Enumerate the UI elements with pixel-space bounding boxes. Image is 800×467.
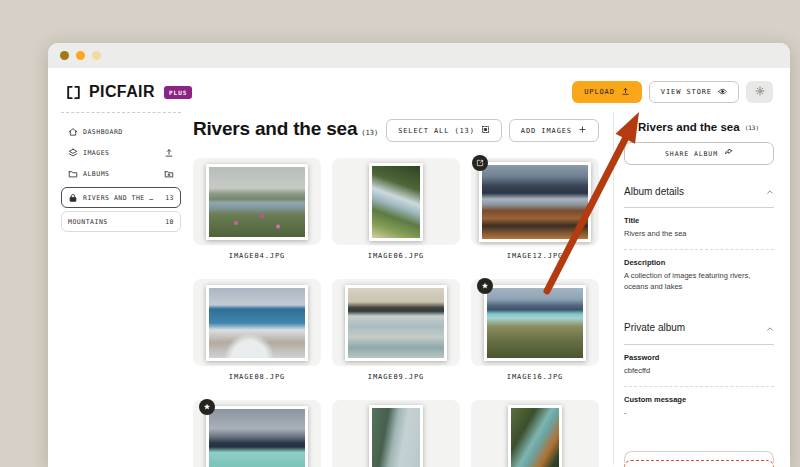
plus-icon [578, 125, 587, 136]
window-control-dot-3[interactable] [92, 51, 101, 60]
lock-icon [68, 193, 78, 203]
main-buttons: SELECT ALL (13) ADD IMAGES [386, 119, 599, 142]
select-all-button[interactable]: SELECT ALL (13) [386, 119, 502, 142]
layers-icon [68, 148, 78, 158]
image-card[interactable] [332, 400, 460, 467]
window-control-dot-2[interactable] [76, 51, 85, 60]
image-thumbnail-dunes-bay [487, 288, 583, 358]
image-thumbnail-sunset-mountains [482, 165, 588, 239]
plus-badge: PLUS [164, 86, 192, 99]
image-figure [332, 400, 460, 467]
image-figure [193, 400, 321, 467]
chevron-up-icon [766, 182, 774, 200]
delete-album-button[interactable]: DELETE ALBUM [624, 460, 774, 467]
main-header: Rivers and the sea (13) SELECT ALL (13) … [193, 118, 599, 142]
folder-plus-icon[interactable] [164, 169, 174, 179]
image-figure: IMAGE12.JPG [471, 158, 599, 261]
image-thumbnail-meadow-lake [209, 167, 305, 237]
window-control-dot-1[interactable] [60, 51, 69, 60]
image-card[interactable] [332, 279, 460, 366]
image-card[interactable] [471, 158, 599, 245]
page-title: Rivers and the sea [193, 118, 357, 140]
sidebar-item-images[interactable]: IMAGES [61, 143, 181, 163]
image-thumbnail-snowy-path [209, 288, 305, 358]
album-panel-title: Rivers and the sea [638, 121, 740, 133]
export-icon [472, 155, 488, 171]
sidebar-item-albums[interactable]: ALBUMS [61, 164, 181, 184]
app-body: DASHBOARD IMAGES ALBUMS RIVERS AND THE …… [48, 112, 790, 465]
view-store-button[interactable]: VIEW STORE [649, 81, 739, 103]
select-all-icon [481, 125, 490, 136]
image-figure: IMAGE16.JPG [471, 279, 599, 382]
image-thumbnail-icy-shore [348, 288, 444, 358]
image-figure: IMAGE04.JPG [193, 158, 321, 261]
field-title: TitleRivers and the sea [624, 208, 774, 250]
panel-bottom: DELETE ALBUM [624, 451, 774, 467]
star-icon [477, 278, 493, 294]
image-grid: IMAGE04.JPG IMAGE06.JPG IMAGE12.JPG IMAG… [193, 158, 599, 467]
sidebar: DASHBOARD IMAGES ALBUMS RIVERS AND THE …… [61, 112, 181, 465]
page-title-count: (13) [361, 129, 378, 137]
album-panel-title-row: Rivers and the sea (13) [624, 121, 774, 133]
image-thumbnail-river-valley [511, 408, 559, 467]
app-window: PICFAIR PLUS UPLOAD VIEW STORE DASHBOARD… [48, 43, 790, 467]
add-images-button[interactable]: ADD IMAGES [509, 119, 599, 142]
image-thumbnail-teal-bay [209, 409, 305, 467]
gear-icon [755, 86, 765, 98]
image-card[interactable] [193, 400, 321, 467]
image-thumbnail-coastal-tree [372, 166, 420, 238]
private-album-heading: Private album [624, 322, 685, 333]
logo[interactable]: PICFAIR PLUS [65, 83, 192, 101]
settings-button[interactable] [746, 81, 773, 103]
upload-tray-icon[interactable] [164, 148, 174, 158]
add-images-label: ADD IMAGES [521, 127, 572, 135]
view-store-button-label: VIEW STORE [661, 88, 712, 96]
page-title-row: Rivers and the sea (13) [193, 118, 378, 140]
field-description: DescriptionA collection of images featur… [624, 250, 774, 302]
album-details-section-header[interactable]: Album details [624, 182, 774, 208]
folder-icon [68, 169, 78, 179]
image-filename: IMAGE16.JPG [471, 373, 599, 382]
header-actions: UPLOAD VIEW STORE [572, 81, 773, 103]
select-all-label: SELECT ALL (13) [398, 127, 475, 135]
home-icon [68, 127, 78, 137]
share-album-button[interactable]: SHARE ALBUM [624, 142, 774, 165]
image-figure: IMAGE06.JPG [332, 158, 460, 261]
image-figure [471, 400, 599, 467]
private-album-fields: PasswordcbfecffdCustom message- [624, 345, 774, 427]
private-album-section-header[interactable]: Private album [624, 319, 774, 345]
sidebar-item-rivers-and-the[interactable]: RIVERS AND THE … 13 [61, 187, 181, 208]
upload-button-label: UPLOAD [584, 88, 615, 96]
image-thumbnail-tree-reflection [372, 408, 420, 467]
image-filename: IMAGE09.JPG [332, 373, 460, 382]
app-header: PICFAIR PLUS UPLOAD VIEW STORE [48, 68, 790, 112]
upload-button[interactable]: UPLOAD [572, 81, 642, 103]
image-filename: IMAGE12.JPG [471, 252, 599, 261]
sidebar-item-mountains[interactable]: MOUNTAINS 10 [61, 211, 181, 232]
image-card[interactable] [193, 158, 321, 245]
field-password: Passwordcbfecffd [624, 345, 774, 387]
image-filename: IMAGE04.JPG [193, 252, 321, 261]
image-card[interactable] [332, 158, 460, 245]
album-details-heading: Album details [624, 186, 684, 197]
share-album-label: SHARE ALBUM [665, 150, 718, 158]
album-details-fields: TitleRivers and the seaDescriptionA coll… [624, 208, 774, 302]
image-card[interactable] [471, 400, 599, 467]
logo-text: PICFAIR [89, 83, 155, 101]
lock-icon [624, 122, 634, 132]
image-card[interactable] [471, 279, 599, 366]
share-icon [724, 148, 733, 159]
album-panel-count: (13) [745, 124, 759, 131]
window-titlebar [48, 43, 790, 68]
image-card[interactable] [193, 279, 321, 366]
image-figure: IMAGE08.JPG [193, 279, 321, 382]
main-content: Rivers and the sea (13) SELECT ALL (13) … [181, 112, 614, 465]
sidebar-item-dashboard[interactable]: DASHBOARD [61, 122, 181, 142]
image-figure: IMAGE09.JPG [332, 279, 460, 382]
field-custom-message: Custom message- [624, 387, 774, 428]
image-filename: IMAGE06.JPG [332, 252, 460, 261]
eye-icon [718, 87, 727, 98]
image-filename: IMAGE08.JPG [193, 373, 321, 382]
star-icon [199, 399, 215, 415]
upload-tray-icon [621, 87, 630, 98]
